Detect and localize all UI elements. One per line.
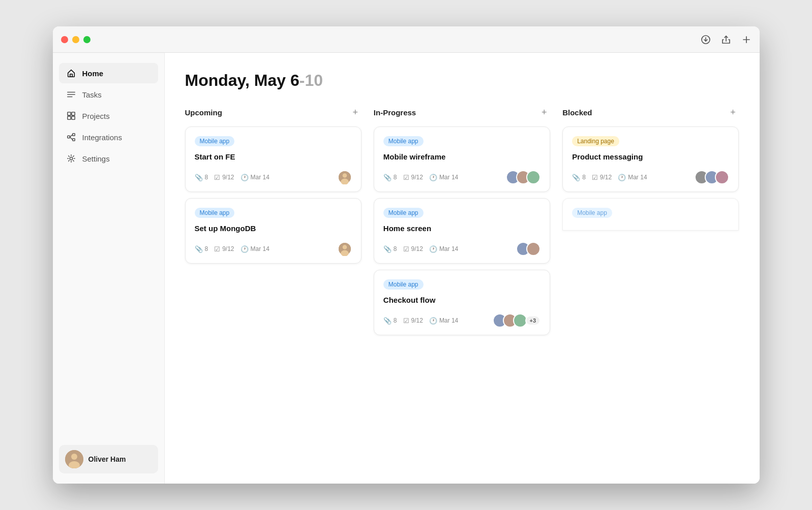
avatar-group: [338, 242, 352, 256]
date-value: Mar 14: [439, 174, 458, 181]
card-title: Mobile wireframe: [383, 151, 540, 162]
date-value: Mar 14: [628, 174, 647, 181]
svg-point-17: [70, 157, 72, 160]
settings-icon: [66, 153, 76, 164]
card-partial-hint: Mobile app: [562, 198, 739, 231]
titlebar-actions: [701, 35, 751, 45]
card-meta: 📎 8 ☑ 9/12 🕐 Mar 14: [383, 317, 458, 325]
home-icon: [66, 68, 76, 78]
minimize-button[interactable]: [72, 36, 79, 43]
user-profile[interactable]: Oliver Ham: [59, 445, 158, 473]
tasks-icon: [66, 89, 76, 100]
add-tab-icon[interactable]: [741, 35, 751, 45]
attachment-count: 📎 8: [572, 174, 586, 181]
card-title: Checkout flow: [383, 295, 540, 305]
card-wireframe[interactable]: Mobile app Mobile wireframe 📎 8 ☑ 9/: [374, 126, 550, 192]
checkbox-icon: ☑: [214, 174, 220, 181]
avatar-sm: [338, 242, 352, 256]
avatar-group: [516, 242, 540, 256]
card-tag: Mobile app: [383, 136, 424, 146]
plus-badge: +3: [525, 315, 541, 326]
task-count: ☑ 9/12: [403, 317, 423, 325]
titlebar: [53, 26, 760, 53]
date-value: Mar 14: [439, 317, 458, 324]
page-title-text: Monday, May 6: [185, 71, 299, 89]
avatar-group: [695, 170, 729, 184]
clock-icon: 🕐: [240, 174, 249, 181]
date-value: Mar 14: [439, 245, 458, 252]
task-count: ☑ 9/12: [403, 174, 423, 181]
app-window: Home Tasks: [53, 26, 760, 484]
attachment-count: 📎 8: [195, 245, 208, 253]
projects-icon: [66, 111, 76, 121]
card-tag: Mobile app: [572, 208, 612, 218]
task-count: ☑ 9/12: [214, 174, 234, 181]
attachment-value: 8: [205, 245, 208, 252]
attachment-value: 8: [582, 174, 586, 181]
sidebar-item-projects-label: Projects: [82, 112, 110, 120]
svg-rect-10: [67, 116, 70, 119]
avatar: [65, 450, 83, 468]
card-footer: 📎 8 ☑ 9/12 🕐 Mar 14: [572, 170, 729, 184]
card-tag: Mobile app: [383, 208, 424, 218]
card-title: Product messaging: [572, 151, 729, 162]
sidebar-item-integrations[interactable]: Integrations: [59, 127, 158, 147]
attachment-icon: 📎: [383, 245, 392, 253]
card-home-screen[interactable]: Mobile app Home screen 📎 8 ☑ 9/12: [374, 198, 550, 264]
checkbox-icon: ☑: [592, 174, 598, 181]
card-checkout[interactable]: Mobile app Checkout flow 📎 8 ☑ 9/12: [374, 270, 550, 335]
add-blocked-button[interactable]: +: [727, 106, 739, 118]
sidebar-item-tasks[interactable]: Tasks: [59, 84, 158, 105]
page-header: Monday, May 6-10: [185, 71, 739, 90]
card-mongodb[interactable]: Mobile app Set up MongoDB 📎 8 ☑ 9/12: [185, 198, 362, 264]
add-in-progress-button[interactable]: +: [538, 106, 550, 118]
svg-point-19: [71, 454, 77, 460]
card-product-msg[interactable]: Landing page Product messaging 📎 8 ☑: [562, 126, 739, 192]
page-title: Monday, May 6-10: [185, 71, 739, 90]
clock-icon: 🕐: [429, 317, 437, 325]
avatar-group: +3: [493, 313, 541, 328]
card-meta: 📎 8 ☑ 9/12 🕐 Mar 14: [195, 174, 269, 181]
attachment-count: 📎 8: [383, 174, 397, 181]
avatar-group: [506, 170, 540, 184]
card-tag: Landing page: [572, 136, 619, 146]
checkbox-icon: ☑: [403, 174, 409, 181]
sidebar-item-settings-label: Settings: [82, 154, 110, 163]
svg-point-25: [343, 245, 347, 249]
app-body: Home Tasks: [53, 53, 760, 484]
maximize-button[interactable]: [83, 36, 91, 43]
attachment-value: 8: [394, 317, 397, 324]
card-title: Start on FE: [195, 151, 352, 162]
due-date: 🕐 Mar 14: [429, 245, 458, 253]
task-value: 9/12: [222, 245, 234, 252]
attachment-icon: 📎: [383, 317, 392, 325]
svg-rect-9: [71, 112, 74, 115]
checkbox-icon: ☑: [403, 317, 409, 325]
add-upcoming-button[interactable]: +: [349, 106, 362, 118]
task-value: 9/12: [222, 174, 234, 181]
share-icon[interactable]: [721, 35, 731, 45]
kanban-board: Upcoming + Mobile app Start on FE 📎 8: [185, 106, 739, 341]
close-button[interactable]: [61, 36, 68, 43]
column-upcoming-title: Upcoming: [185, 108, 222, 117]
svg-rect-8: [67, 112, 70, 115]
sidebar-nav: Home Tasks: [59, 63, 158, 170]
sidebar-item-settings[interactable]: Settings: [59, 148, 158, 169]
clock-icon: 🕐: [429, 174, 437, 181]
download-icon[interactable]: [701, 35, 711, 45]
sidebar-item-home[interactable]: Home: [59, 63, 158, 83]
svg-rect-11: [71, 116, 74, 119]
due-date: 🕐 Mar 14: [429, 317, 458, 325]
card-tag: Mobile app: [195, 208, 235, 218]
attachment-icon: 📎: [195, 245, 203, 253]
card-start-fe[interactable]: Mobile app Start on FE 📎 8 ☑ 9/12: [185, 126, 362, 192]
svg-line-16: [70, 137, 72, 140]
column-blocked: Blocked + Landing page Product messaging…: [562, 106, 739, 231]
due-date: 🕐 Mar 14: [618, 174, 647, 181]
sidebar-item-projects[interactable]: Projects: [59, 106, 158, 126]
column-in-progress: In-Progress + Mobile app Mobile wirefram…: [374, 106, 550, 341]
due-date: 🕐 Mar 14: [429, 174, 458, 181]
svg-line-15: [70, 135, 72, 137]
column-upcoming-header: Upcoming +: [185, 106, 362, 118]
column-blocked-title: Blocked: [562, 108, 592, 117]
